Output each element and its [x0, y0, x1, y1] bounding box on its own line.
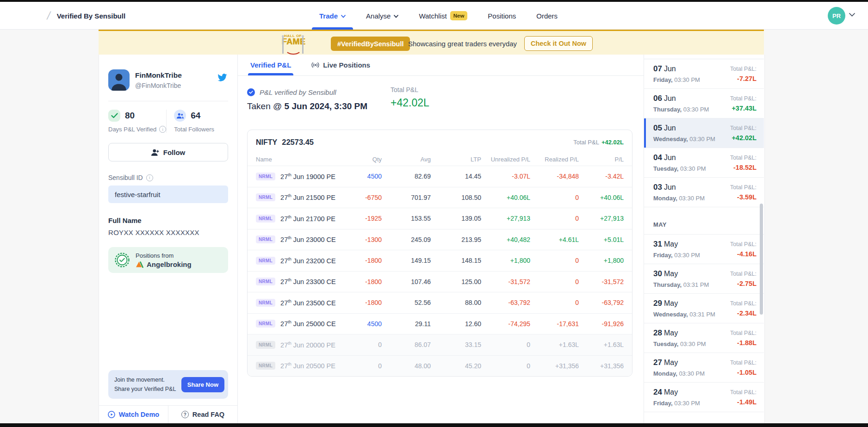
realized-pl-cell: +4.61L — [530, 236, 579, 243]
session-item[interactable]: 24MayFriday, 03:30 PMTotal P&L:-1.49L — [644, 383, 764, 412]
share-now-button[interactable]: Share Now — [181, 377, 224, 392]
table-row[interactable]: NRML27th Jun 25000 CE450029.1112.60-74,2… — [248, 313, 632, 334]
watch-demo-label: Watch Demo — [119, 411, 159, 418]
session-date: 06Jun — [653, 94, 709, 103]
nav-item-label: Trade — [319, 12, 338, 20]
chevron-down-icon[interactable] — [849, 13, 855, 17]
table-row[interactable]: NRML27th Jun 23000 CE-1300245.09213.95+4… — [248, 229, 632, 250]
nav-item-analyse[interactable]: Analyse — [366, 2, 398, 30]
product-badge: NRML — [256, 320, 275, 328]
card-total-label: Total P&L — [573, 139, 599, 146]
follow-button[interactable]: Follow — [108, 143, 228, 161]
info-icon[interactable]: i — [159, 126, 166, 133]
user-avatar[interactable]: PR — [828, 7, 845, 25]
session-total-value: -2.34L — [730, 309, 756, 317]
table-row[interactable]: NRML27th Jun 21500 PE-6750701.97108.50+4… — [248, 187, 632, 208]
read-faq-label: Read FAQ — [192, 411, 224, 418]
pl-cell: -91,926 — [579, 320, 624, 328]
session-item[interactable]: 28MayTuesday, 03:30 PMTotal P&L:-1.88L — [644, 323, 764, 353]
session-item[interactable]: 30MayThursday, 03:31 PMTotal P&L:-2.75L — [644, 264, 764, 294]
info-icon[interactable]: i — [146, 174, 153, 181]
table-row[interactable]: NRML27th Jun 20500 PE048.0045.200+31,356… — [248, 355, 632, 377]
session-item[interactable]: 29MayWednesday, 03:31 PMTotal P&L:-2.34L — [644, 294, 764, 323]
table-body: NRML27th Jun 19000 PE450082.6914.45-3.07… — [248, 166, 632, 376]
broker-badge: Positions from Angelbroking — [108, 247, 228, 273]
taken-value: 5 Jun 2024, 3:30 PM — [285, 101, 368, 111]
ltp-cell: 88.00 — [431, 299, 481, 306]
nav-item-watchlist[interactable]: WatchlistNew — [419, 2, 467, 30]
join-movement-text: Join the movement. Share your Verified P… — [114, 375, 178, 394]
profile-photo — [108, 69, 130, 91]
session-total-label: Total P&L: — [730, 330, 756, 336]
product-badge: NRML — [256, 193, 275, 201]
instrument-name: 27th Jun 23000 CE — [280, 235, 336, 243]
page-title: Verified By Sensibull — [57, 12, 125, 20]
session-pnl-block: Total P&L:-2.34L — [730, 300, 756, 317]
table-row[interactable]: NRML27th Jun 23200 CE-1800149.15148.15+1… — [248, 250, 632, 271]
profile-handle: @FinMonkTribe — [135, 82, 182, 89]
unrealized-pl-cell: 0 — [481, 341, 530, 348]
table-row[interactable]: NRML27th Jun 20000 PE086.0733.150+1.63L+… — [248, 334, 632, 355]
tab-verified-p-l[interactable]: Verified P&L — [250, 55, 291, 75]
product-badge: NRML — [256, 278, 275, 285]
session-list: 07JunFriday, 03:30 PMTotal P&L:-7.27L06J… — [644, 59, 764, 423]
session-item[interactable]: 31MayFriday, 03:30 PMTotal P&L:-4.16L — [644, 235, 764, 264]
symbol-price: 22573.45 — [282, 138, 314, 147]
ltp-cell: 12.60 — [431, 320, 481, 328]
column-header: Qty — [338, 156, 382, 163]
table-row[interactable]: NRML27th Jun 23500 CE-180052.5688.00-63,… — [248, 292, 632, 313]
nav-item-trade[interactable]: Trade — [319, 2, 346, 30]
unrealized-pl-cell: +27,913 — [481, 215, 530, 222]
nav-item-positions[interactable]: Positions — [488, 2, 516, 30]
realized-pl-cell: -17,631 — [530, 320, 579, 328]
session-date-block: 06JunThursday, 03:30 PM — [653, 94, 709, 113]
session-item[interactable]: 05JunWednesday, 03:30 PMTotal P&L:+42.02… — [644, 118, 764, 148]
sidebar-footer: Watch Demo ? Read FAQ — [99, 405, 237, 423]
nav-item-orders[interactable]: Orders — [536, 2, 558, 30]
session-item[interactable]: 27MayMonday, 03:30 PMTotal P&L:-1.05L — [644, 353, 764, 383]
sensibull-id-field[interactable]: festive-starfruit — [108, 186, 228, 203]
session-subtitle: Friday, 03:30 PM — [653, 400, 700, 407]
avg-cell: 86.07 — [382, 341, 431, 348]
unrealized-pl-cell: -63,792 — [481, 299, 530, 306]
month-section-header: MAY — [644, 207, 764, 235]
qty-cell: 0 — [338, 341, 382, 348]
unrealized-pl-cell: -31,572 — [481, 278, 530, 285]
session-date: 05Jun — [653, 124, 715, 133]
nav-item-label: Analyse — [366, 12, 391, 20]
session-subtitle: Thursday, 03:31 PM — [653, 281, 709, 288]
session-date-block: 24MayFriday, 03:30 PM — [653, 388, 700, 407]
session-subtitle: Tuesday, 03:30 PM — [653, 165, 706, 172]
scrollbar-thumb[interactable] — [760, 204, 763, 315]
session-date-block: 27MayMonday, 03:30 PM — [653, 358, 705, 377]
pnl-tabs: Verified P&LLive Positions — [238, 55, 644, 76]
rope-arc-icon — [285, 43, 302, 55]
tab-live-positions[interactable]: Live Positions — [311, 55, 370, 75]
card-total-value: +42.02L — [601, 139, 624, 146]
product-badge: NRML — [256, 299, 275, 307]
sensibull-id-label: Sensibull ID i — [108, 174, 228, 181]
read-faq-link[interactable]: ? Read FAQ — [168, 406, 237, 423]
session-date: 27May — [653, 358, 705, 367]
session-total-value: -2.75L — [730, 280, 756, 287]
pl-cell: +27,913 — [579, 215, 624, 222]
sensibull-id-label-text: Sensibull ID — [108, 174, 143, 181]
stat-label-text: Total Followers — [174, 126, 214, 133]
session-item[interactable]: 23MayTotal P&L: — [644, 412, 764, 423]
live-broadcast-icon — [311, 62, 319, 68]
ltp-cell: 125.00 — [431, 278, 481, 285]
table-row[interactable]: NRML27th Jun 23300 CE-1800107.46125.00-3… — [248, 271, 632, 292]
avg-cell: 48.00 — [382, 362, 431, 370]
table-row[interactable]: NRML27th Jun 19000 PE450082.6914.45-3.07… — [248, 166, 632, 187]
twitter-icon[interactable] — [217, 74, 227, 82]
name-cell: NRML27th Jun 23200 CE — [256, 257, 338, 265]
session-item[interactable]: 07JunFriday, 03:30 PMTotal P&L:-7.27L — [644, 59, 764, 89]
session-item[interactable]: 04JunTuesday, 03:30 PMTotal P&L:-18.52L — [644, 148, 764, 178]
session-item[interactable]: 03JunMonday, 03:30 PMTotal P&L:-3.59L — [644, 178, 764, 207]
session-item[interactable]: 06JunThursday, 03:30 PMTotal P&L:+37.43L — [644, 89, 764, 118]
table-row[interactable]: NRML27th Jun 21700 PE-1925153.55139.05+2… — [248, 208, 632, 229]
session-list-top-edge — [644, 55, 764, 59]
check-it-out-button[interactable]: Check it Out Now — [524, 36, 593, 51]
watch-demo-link[interactable]: Watch Demo — [99, 406, 168, 423]
session-total-label: Total P&L: — [730, 359, 756, 366]
